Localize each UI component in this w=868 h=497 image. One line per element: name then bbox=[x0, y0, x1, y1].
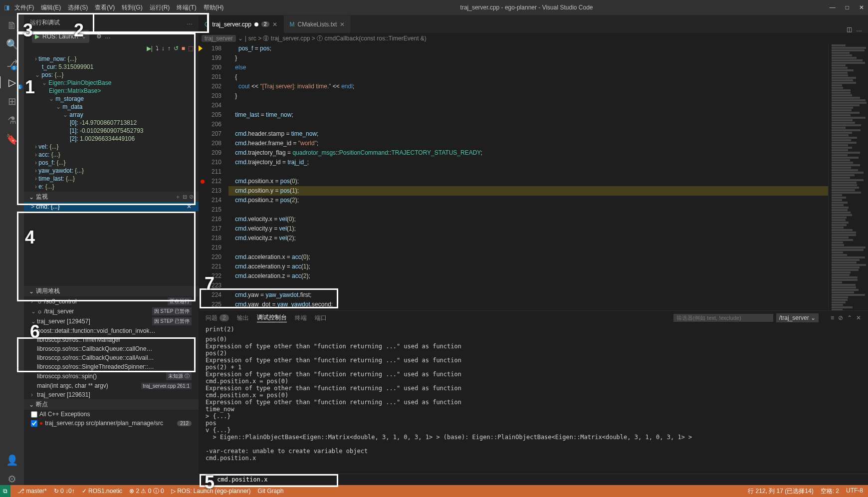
node-filter-select[interactable]: /traj_server ⌄ bbox=[776, 313, 819, 322]
launch-config-selector[interactable]: ▶ ROS: Launch ⌄ bbox=[32, 30, 89, 43]
editor-tab[interactable]: Gtraj_server.cpp2✕ bbox=[199, 15, 284, 33]
callstack-row[interactable]: librosccp.so!ros::SingleThreadedSpinner:… bbox=[24, 362, 199, 371]
variable-row[interactable]: [1]: -0.01029609075452793 bbox=[24, 127, 199, 135]
clear-icon[interactable]: ⊘ bbox=[838, 314, 843, 321]
code-text[interactable]: pos_f = pos; } else { cout << "[Traj ser… bbox=[228, 44, 828, 310]
settings-icon[interactable]: ⚙ bbox=[7, 473, 16, 485]
account-icon[interactable]: 👤 bbox=[6, 454, 18, 466]
variable-row[interactable]: ⌄ array bbox=[24, 111, 199, 119]
remote-icon[interactable]: ⧉ bbox=[0, 485, 10, 497]
close-icon[interactable]: ✕ bbox=[856, 314, 861, 321]
debug-console-input[interactable]: ❯ bbox=[199, 474, 868, 485]
more-icon[interactable]: … bbox=[105, 33, 111, 40]
split-icon[interactable]: ◫ bbox=[847, 26, 852, 33]
variable-row[interactable]: › time_last: {...} bbox=[24, 175, 199, 183]
variable-row[interactable]: › e: {...} bbox=[24, 183, 199, 191]
collapse-icon[interactable]: ⊟ bbox=[183, 194, 187, 200]
window-control-button[interactable]: — bbox=[830, 4, 836, 11]
callstack-section[interactable]: ⌄调用堆栈 bbox=[24, 286, 199, 296]
callstack-row[interactable]: main(int argc, char ** argv)traj_server.… bbox=[24, 381, 199, 390]
start-debug-icon[interactable]: ▶ bbox=[35, 33, 39, 40]
explorer-icon[interactable]: 🗎 bbox=[7, 20, 17, 31]
variable-row[interactable]: › acc: {...} bbox=[24, 151, 199, 159]
close-icon[interactable]: ✕ bbox=[340, 21, 345, 28]
callstack-row[interactable]: librosccp.so!ros::spin()未知源 ⓘ bbox=[24, 371, 199, 381]
callstack-row[interactable]: ⌄traj_server [129457]因 STEP 已暂停 bbox=[24, 316, 199, 326]
continue-icon[interactable]: ▶| bbox=[147, 45, 153, 52]
menu-item[interactable]: 选择(S) bbox=[68, 3, 88, 12]
step-over-icon[interactable]: ⤵ bbox=[156, 45, 159, 52]
callstack-row[interactable]: ›☼ /so3_control正在运行 bbox=[24, 296, 199, 306]
variable-row[interactable]: ⌄ pos: {...} bbox=[24, 71, 199, 79]
run-debug-icon[interactable]: ▷1 bbox=[0, 76, 23, 88]
chevron-up-icon[interactable]: ⌃ bbox=[847, 314, 852, 321]
variable-row[interactable]: › vel: {...} bbox=[24, 143, 199, 151]
extensions-icon[interactable]: ⊞ bbox=[8, 95, 16, 107]
variable-row[interactable]: › time_now: {...} bbox=[24, 55, 199, 63]
bookmarks-icon[interactable]: 🔖 bbox=[6, 133, 18, 145]
callstack-row[interactable]: librosccp.so!ros::CallbackQueue::callAva… bbox=[24, 353, 199, 362]
variable-row[interactable]: › pos_f: {...} bbox=[24, 159, 199, 167]
breakpoint-checkbox[interactable] bbox=[31, 411, 37, 418]
filter-input[interactable] bbox=[673, 314, 773, 322]
callstack-row[interactable]: librosccp.so!ros::CallbackQueue::callOne… bbox=[24, 344, 199, 353]
editor-tab[interactable]: MCMakeLists.txt✕ bbox=[284, 15, 352, 33]
menu-item[interactable]: 转到(G) bbox=[122, 3, 142, 12]
testing-icon[interactable]: ⚗ bbox=[7, 114, 16, 126]
step-into-icon[interactable]: ↓ bbox=[162, 45, 165, 52]
add-watch-icon[interactable]: ＋ bbox=[175, 193, 181, 201]
sync-status[interactable]: ↻ 0 ↓0↑ bbox=[54, 488, 75, 495]
indent-status[interactable]: 空格: 2 bbox=[821, 487, 839, 496]
variable-row[interactable]: ⌄ m_data bbox=[24, 103, 199, 111]
breadcrumb[interactable]: traj_server⌄ | src > ⓖ traj_server.cpp >… bbox=[199, 33, 868, 44]
close-icon[interactable]: ✕ bbox=[272, 21, 277, 28]
menu-item[interactable]: 运行(R) bbox=[150, 3, 170, 12]
more-icon[interactable]: … bbox=[856, 26, 862, 33]
collapse-icon[interactable]: ≡ bbox=[831, 314, 834, 321]
variable-row[interactable]: › yaw_yawdot: {...} bbox=[24, 167, 199, 175]
close-icon[interactable]: ✕ bbox=[187, 203, 192, 210]
window-control-button[interactable]: □ bbox=[846, 4, 849, 11]
ros-status[interactable]: ✓ ROS1.noetic bbox=[82, 488, 122, 495]
problems-status[interactable]: ⊗ 2 ⚠ 0 ⓘ 0 bbox=[129, 487, 164, 496]
panel-tab[interactable]: 调试控制台 bbox=[257, 313, 287, 322]
gear-icon[interactable]: ⚙ bbox=[96, 33, 102, 40]
breakpoint-checkbox[interactable] bbox=[31, 420, 37, 427]
step-out-icon[interactable]: ↑ bbox=[168, 45, 171, 52]
minimap[interactable] bbox=[828, 44, 868, 310]
window-controls[interactable]: —□✕ bbox=[830, 4, 864, 11]
panel-tab[interactable]: 输出 bbox=[237, 314, 249, 322]
callstack-row[interactable]: ›traj_server [129631] bbox=[24, 390, 199, 399]
launch-status[interactable]: ▷ ROS: Launch (ego-planner) bbox=[171, 488, 251, 495]
panel-tab[interactable]: 端口 bbox=[315, 314, 327, 322]
panel-tab[interactable]: 问题 2 bbox=[206, 314, 229, 322]
panel-tab[interactable]: 终端 bbox=[295, 314, 307, 322]
variable-row[interactable]: t_cur: 5.315099901 bbox=[24, 63, 199, 71]
callstack-row[interactable]: librosccp.so!ros::TimerManager bbox=[24, 335, 199, 344]
gitgraph-status[interactable]: Git Graph bbox=[258, 488, 284, 495]
variable-row[interactable]: [0]: -14.97008607713812 bbox=[24, 119, 199, 127]
scm-icon[interactable]: ⎇0 bbox=[6, 57, 18, 69]
window-control-button[interactable]: ✕ bbox=[859, 4, 864, 11]
callstack-row[interactable]: ⌄☼ /traj_server因 STEP 已暂停 bbox=[24, 306, 199, 316]
cursor-position[interactable]: 行 212, 列 17 (已选择14) bbox=[748, 487, 813, 496]
menu-item[interactable]: 查看(V) bbox=[95, 3, 115, 12]
menu-item[interactable]: 文件(F) bbox=[14, 3, 34, 12]
stop2-icon[interactable]: ⬚ bbox=[188, 45, 194, 52]
breakpoint-row[interactable]: All C++ Exceptions bbox=[24, 410, 199, 419]
variable-row[interactable]: ⌄ Eigen::PlainObjectBase bbox=[24, 79, 199, 87]
variable-row[interactable]: ⌄ m_storage bbox=[24, 95, 199, 103]
callstack-row[interactable]: boost::detail::function::void_function_i… bbox=[24, 326, 199, 335]
breakpoints-section[interactable]: ⌄断点 bbox=[24, 399, 199, 410]
variable-row[interactable]: Eigen::MatrixBase> bbox=[24, 87, 199, 95]
breakpoint-row[interactable]: ●traj_server.cpp src/planner/plan_manage… bbox=[24, 419, 199, 428]
stop-icon[interactable]: ■ bbox=[182, 45, 185, 52]
menu-item[interactable]: 编辑(E) bbox=[41, 3, 61, 12]
variable-row[interactable]: [2]: 1.002966334449106 bbox=[24, 135, 199, 143]
remove-all-icon[interactable]: ⊘ bbox=[189, 194, 194, 200]
encoding-status[interactable]: UTF-8 bbox=[846, 487, 863, 496]
code-editor[interactable]: 1981992002012022032042052062072082092102… bbox=[199, 44, 868, 310]
watch-section[interactable]: ⌄监视 ＋ ⊟ ⊘ bbox=[24, 192, 199, 202]
restart-icon[interactable]: ↺ bbox=[174, 45, 179, 52]
search-icon[interactable]: 🔍 bbox=[6, 38, 18, 50]
